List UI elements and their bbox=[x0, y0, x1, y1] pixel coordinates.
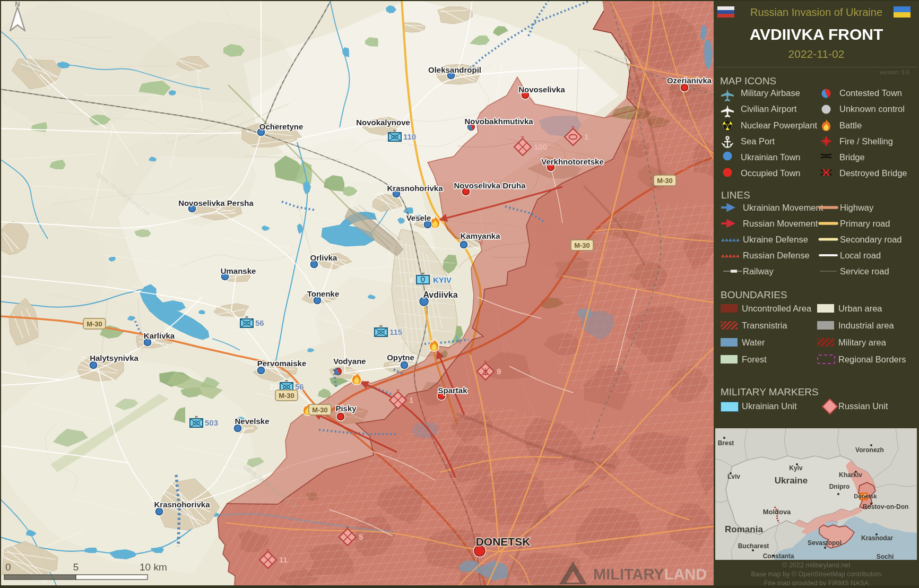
svg-text:M-30: M-30 bbox=[86, 320, 102, 328]
svg-text:5: 5 bbox=[73, 561, 79, 573]
svg-text:Novoselivka: Novoselivka bbox=[518, 85, 565, 94]
svg-text:Oleksandropil: Oleksandropil bbox=[428, 65, 481, 74]
svg-text:1: 1 bbox=[409, 395, 413, 404]
svg-text:100: 100 bbox=[534, 142, 547, 151]
svg-text:56: 56 bbox=[255, 318, 264, 327]
svg-text:56: 56 bbox=[295, 382, 304, 391]
svg-text:Umanske: Umanske bbox=[221, 266, 256, 275]
svg-text:5: 5 bbox=[359, 532, 363, 541]
svg-text:Vesele: Vesele bbox=[406, 213, 431, 222]
svg-text:Novoselivka Persha: Novoselivka Persha bbox=[178, 198, 254, 207]
svg-text:Dnipro: Dnipro bbox=[829, 483, 850, 490]
svg-text:DONETSK: DONETSK bbox=[476, 535, 531, 548]
svg-text:M-30: M-30 bbox=[657, 177, 673, 185]
svg-text:Romania: Romania bbox=[725, 524, 763, 534]
svg-text:Pisky: Pisky bbox=[335, 404, 357, 413]
svg-text:Krasnohorivka: Krasnohorivka bbox=[387, 184, 443, 193]
svg-text:Voronezh: Voronezh bbox=[855, 446, 884, 454]
svg-text:Nevelske: Nevelske bbox=[235, 417, 269, 426]
svg-text:Donetsk: Donetsk bbox=[854, 493, 877, 499]
svg-text:Verkhnotoretske: Verkhnotoretske bbox=[541, 157, 604, 166]
svg-text:Orlivka: Orlivka bbox=[310, 253, 338, 262]
svg-text:Rostov-on-Don: Rostov-on-Don bbox=[863, 503, 909, 511]
svg-text:Sochi: Sochi bbox=[877, 553, 894, 560]
svg-text:M-30: M-30 bbox=[279, 392, 294, 400]
svg-text:Moldova: Moldova bbox=[763, 508, 791, 516]
svg-text:M-30: M-30 bbox=[312, 406, 328, 414]
svg-text:Bucharest: Bucharest bbox=[738, 542, 769, 550]
svg-text:Sevastopol: Sevastopol bbox=[808, 539, 842, 547]
svg-text:11: 11 bbox=[279, 555, 288, 564]
svg-text:4: 4 bbox=[409, 276, 413, 284]
svg-text:Novobakhmutivka: Novobakhmutivka bbox=[464, 117, 533, 126]
svg-text:503: 503 bbox=[205, 418, 218, 427]
svg-text:M-30: M-30 bbox=[574, 241, 590, 249]
svg-text:Ocheretyne: Ocheretyne bbox=[259, 122, 304, 131]
svg-text:Kamyanka: Kamyanka bbox=[460, 231, 500, 240]
svg-text:KYIV: KYIV bbox=[433, 275, 452, 284]
svg-text:Ozerianivka: Ozerianivka bbox=[667, 76, 712, 85]
svg-text:Karlivka: Karlivka bbox=[144, 331, 175, 340]
svg-text:10 km: 10 km bbox=[140, 561, 167, 573]
svg-text:Kharkiv: Kharkiv bbox=[839, 471, 862, 479]
svg-text:N: N bbox=[15, 0, 20, 8]
svg-text:Opytne: Opytne bbox=[387, 353, 414, 362]
svg-text:110: 110 bbox=[403, 132, 416, 141]
svg-text:9: 9 bbox=[497, 367, 501, 376]
svg-text:Krasnodar: Krasnodar bbox=[861, 534, 893, 542]
svg-text:Vodyane: Vodyane bbox=[333, 357, 366, 366]
svg-text:Avdiivka: Avdiivka bbox=[423, 290, 457, 299]
svg-text:Krasnohorivka: Krasnohorivka bbox=[154, 500, 210, 509]
svg-text:Tonenke: Tonenke bbox=[307, 289, 340, 298]
svg-text:Spartak: Spartak bbox=[438, 386, 467, 395]
svg-text:Ukraine: Ukraine bbox=[775, 475, 808, 486]
svg-text:115: 115 bbox=[389, 327, 402, 336]
svg-text:0: 0 bbox=[5, 561, 11, 573]
svg-text:Lviv: Lviv bbox=[727, 473, 740, 480]
svg-text:Novokalynove: Novokalynove bbox=[356, 118, 410, 127]
svg-text:Novoselivka Druha: Novoselivka Druha bbox=[454, 181, 526, 190]
svg-text:Halytsynivka: Halytsynivka bbox=[90, 353, 138, 362]
svg-text:Pervomaiske: Pervomaiske bbox=[257, 359, 307, 368]
svg-text:Brest: Brest bbox=[718, 439, 734, 447]
svg-text:1: 1 bbox=[584, 132, 588, 141]
svg-text:Constanta: Constanta bbox=[763, 552, 794, 560]
svg-text:Kyiv: Kyiv bbox=[789, 464, 803, 472]
svg-text:MILITARYLAND: MILITARYLAND bbox=[593, 566, 707, 583]
